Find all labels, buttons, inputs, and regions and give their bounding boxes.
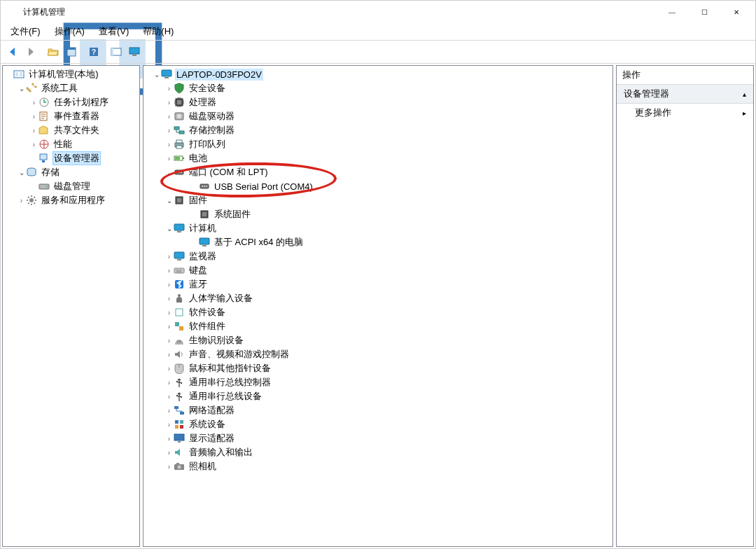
dm-item[interactable]: USB Serial Port (COM4) (177, 179, 612, 193)
tree-label: 系统固件 (213, 207, 252, 221)
chevron-right-icon: › (164, 421, 174, 429)
dm-item[interactable]: ›软件设备 (164, 305, 612, 319)
actions-pane: 操作 设备管理器 ▴ 更多操作 ▸ (616, 65, 754, 547)
menu-action[interactable]: 操作(A) (48, 24, 92, 39)
toolbar-properties[interactable] (63, 43, 80, 60)
tree-label: 端口 (COM 和 LPT) (188, 165, 270, 179)
tree-label: 服务和应用程序 (40, 193, 106, 207)
sound-icon (174, 349, 185, 360)
window-buttons: — ☐ ✕ (656, 1, 752, 23)
menu-view[interactable]: 查看(V) (92, 24, 136, 39)
hid-icon (174, 293, 185, 304)
menu-help[interactable]: 帮助(H) (136, 24, 181, 39)
dm-item[interactable]: ›处理器 (164, 95, 612, 109)
toolbar-back[interactable] (4, 43, 21, 60)
chevron-down-icon: ⌄ (164, 225, 174, 232)
dm-item[interactable]: ›通用串行总线设备 (164, 389, 612, 403)
dm-item[interactable]: ›电池 (164, 151, 612, 165)
tree-label: 生物识别设备 (188, 333, 245, 347)
dm-item[interactable]: ›打印队列 (164, 137, 612, 151)
dm-item[interactable]: ›照相机 (164, 459, 612, 473)
result-pane: ⌄ LAPTOP-0D3FPO2V ›安全设备›处理器›磁盘驱动器›存储控制器›… (143, 65, 613, 547)
tree-storage[interactable]: ⌄ 存储 (17, 165, 139, 179)
toolbar-open[interactable] (45, 43, 62, 60)
tree-device-manager[interactable]: 设备管理器 (29, 151, 139, 165)
dm-item[interactable]: ›网络适配器 (164, 403, 612, 417)
tree-label: 计算机管理(本地) (27, 67, 100, 81)
chevron-right-icon: › (164, 463, 174, 471)
maximize-button[interactable]: ☐ (688, 1, 720, 23)
tree-label: 打印队列 (188, 137, 227, 151)
dm-item[interactable]: 基于 ACPI x64 的电脑 (177, 235, 612, 249)
dm-item[interactable]: ›音频输入和输出 (164, 445, 612, 459)
toolbar-monitor[interactable] (126, 43, 143, 60)
toolbar-forward[interactable] (22, 43, 39, 60)
tree-disk-management[interactable]: 磁盘管理 (29, 179, 139, 193)
chevron-right-icon: › (164, 393, 174, 401)
tree-label: 显示适配器 (188, 431, 236, 445)
dm-item[interactable]: ›监视器 (164, 249, 612, 263)
tree-label: 存储 (40, 165, 61, 179)
dm-item[interactable]: ›声音、视频和游戏控制器 (164, 347, 612, 361)
storage-icon (26, 167, 37, 178)
cpu-icon (174, 97, 185, 108)
toolbar-console[interactable] (108, 43, 125, 60)
mouse-icon (174, 363, 185, 374)
tree-label: 设备管理器 (52, 151, 101, 165)
dm-category[interactable]: ⌄端口 (COM 和 LPT) (164, 165, 612, 179)
tree-event-viewer[interactable]: ›事件查看器 (29, 109, 139, 123)
monitor-icon (174, 251, 185, 262)
chevron-right-icon: › (164, 379, 174, 387)
dm-root[interactable]: ⌄ LAPTOP-0D3FPO2V (152, 67, 612, 81)
toolbar-help[interactable] (85, 43, 102, 60)
caret-right-icon: ▸ (743, 109, 746, 117)
chevron-right-icon: › (29, 127, 38, 134)
body: 计算机管理(本地) ⌄ 系统工具 ›任务计划程序 ›事件查看器 (1, 64, 755, 548)
dm-item[interactable]: ›键盘 (164, 263, 612, 277)
ports-icon (174, 167, 185, 178)
menu-bar: 文件(F) 操作(A) 查看(V) 帮助(H) (1, 23, 755, 40)
dm-category[interactable]: ⌄计算机 (164, 221, 612, 235)
menu-file[interactable]: 文件(F) (4, 24, 48, 39)
actions-header: 操作 (617, 66, 753, 85)
usb-icon (174, 377, 185, 388)
dm-item[interactable]: 系统固件 (177, 207, 612, 221)
tree-task-scheduler[interactable]: ›任务计划程序 (29, 95, 139, 109)
dm-item[interactable]: ›蓝牙 (164, 277, 612, 291)
tree-shared-folders[interactable]: ›共享文件夹 (29, 123, 139, 137)
dm-item[interactable]: ›鼠标和其他指针设备 (164, 361, 612, 375)
shield-icon (174, 83, 185, 94)
tree-label: 网络适配器 (188, 403, 236, 417)
tree-system-tools[interactable]: ⌄ 系统工具 (17, 81, 139, 95)
actions-more[interactable]: 更多操作 ▸ (617, 104, 753, 122)
close-button[interactable]: ✕ (720, 1, 752, 23)
tree-label: USB Serial Port (COM4) (213, 181, 314, 193)
chevron-right-icon: › (29, 141, 38, 148)
dm-category[interactable]: ⌄固件 (164, 193, 612, 207)
tree-label: 软件设备 (188, 305, 227, 319)
dm-item[interactable]: ›存储控制器 (164, 123, 612, 137)
tree-root-computer-management[interactable]: 计算机管理(本地) (4, 67, 139, 81)
dm-item[interactable]: ›软件组件 (164, 319, 612, 333)
dm-item[interactable]: ›磁盘驱动器 (164, 109, 612, 123)
actions-section-device-manager[interactable]: 设备管理器 ▴ (617, 85, 753, 104)
event-icon (38, 111, 50, 122)
tree-label: 通用串行总线设备 (188, 389, 263, 403)
dm-item[interactable]: ›人体学输入设备 (164, 291, 612, 305)
chevron-right-icon: › (164, 127, 174, 134)
chevron-right-icon: › (164, 351, 174, 359)
dm-item[interactable]: ›安全设备 (164, 81, 612, 95)
chevron-right-icon: › (164, 323, 174, 331)
tree-performance[interactable]: ›性能 (29, 137, 139, 151)
chevron-right-icon: › (164, 253, 174, 260)
minimize-button[interactable]: — (656, 1, 688, 23)
tools-icon (26, 83, 37, 94)
dm-item[interactable]: ›显示适配器 (164, 431, 612, 445)
chevron-right-icon: › (164, 267, 174, 274)
dm-item[interactable]: ›生物识别设备 (164, 333, 612, 347)
tree-label: 音频输入和输出 (188, 445, 254, 459)
tree-label: 处理器 (188, 95, 218, 109)
dm-item[interactable]: ›通用串行总线控制器 (164, 375, 612, 389)
tree-services-apps[interactable]: › 服务和应用程序 (17, 193, 139, 207)
dm-item[interactable]: ›系统设备 (164, 417, 612, 431)
